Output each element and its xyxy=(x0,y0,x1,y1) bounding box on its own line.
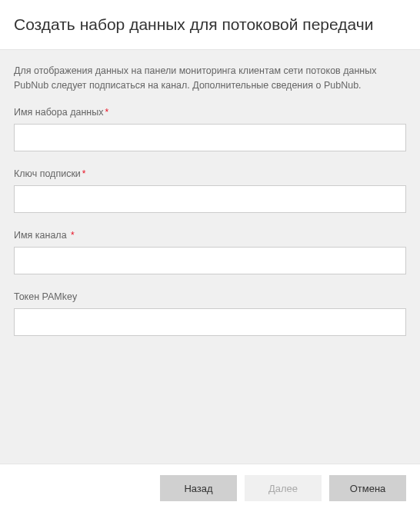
form-group-subscribe-key: Ключ подписки* xyxy=(14,168,406,213)
dialog-body: Для отображения данных на панели монитор… xyxy=(0,50,420,464)
label-text: Имя набора данных xyxy=(14,107,103,118)
dialog-header: Создать набор данных для потоковой перед… xyxy=(0,0,420,50)
form-group-pamkey-token: Токен PAMkey xyxy=(14,291,406,336)
label-pamkey-token: Токен PAMkey xyxy=(14,291,406,302)
input-dataset-name[interactable] xyxy=(14,124,406,151)
create-streaming-dataset-dialog: Создать набор данных для потоковой перед… xyxy=(0,0,420,512)
input-pamkey-token[interactable] xyxy=(14,308,406,336)
back-button[interactable]: Назад xyxy=(160,475,237,501)
form-group-channel-name: Имя канала * xyxy=(14,230,406,274)
dialog-title: Создать набор данных для потоковой перед… xyxy=(14,15,406,34)
required-marker: * xyxy=(82,168,86,179)
next-button[interactable]: Далее xyxy=(245,475,322,501)
form-group-dataset-name: Имя набора данных* xyxy=(14,107,406,151)
input-channel-name[interactable] xyxy=(14,247,406,274)
input-subscribe-key[interactable] xyxy=(14,185,406,213)
label-subscribe-key: Ключ подписки* xyxy=(14,168,406,179)
label-dataset-name: Имя набора данных* xyxy=(14,107,406,118)
label-text: Токен PAMkey xyxy=(14,291,77,302)
dialog-footer: Назад Далее Отмена xyxy=(0,464,420,512)
required-marker: * xyxy=(105,107,108,118)
required-marker: * xyxy=(71,230,75,241)
dialog-description: Для отображения данных на панели монитор… xyxy=(14,64,406,93)
label-channel-name: Имя канала * xyxy=(14,230,406,241)
label-text: Ключ подписки xyxy=(14,168,81,179)
cancel-button[interactable]: Отмена xyxy=(329,475,406,501)
label-text: Имя канала xyxy=(14,230,67,241)
